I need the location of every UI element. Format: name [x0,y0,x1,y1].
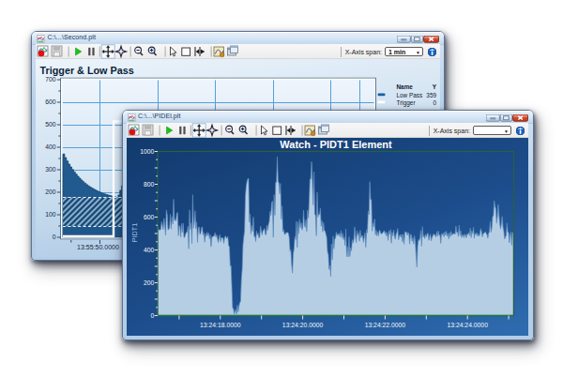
svg-text:600: 600 [45,98,56,105]
svg-text:700: 700 [45,76,56,83]
svg-text:13:24:22.0000: 13:24:22.0000 [365,322,406,328]
svg-text:100: 100 [45,211,56,218]
svg-text:Name: Name [397,83,414,90]
svg-text:PIDT1: PIDT1 [130,223,139,242]
svg-text:359: 359 [426,92,436,98]
svg-text:200: 200 [45,188,56,195]
svg-text:300: 300 [45,166,56,173]
svg-text:Watch - PIDT1 Element: Watch - PIDT1 Element [280,139,392,150]
svg-text:400: 400 [144,247,155,253]
svg-text:13:24:18.0000: 13:24:18.0000 [200,322,241,328]
svg-text:200: 200 [144,279,155,286]
svg-text:Trigger: Trigger [397,99,417,107]
svg-text:0: 0 [433,99,436,106]
svg-text:400: 400 [45,143,56,150]
svg-text:Trigger & Low Pass: Trigger & Low Pass [40,65,134,76]
svg-text:Y: Y [433,83,437,90]
svg-text:13:55:50.0000: 13:55:50.0000 [77,244,119,250]
svg-text:0: 0 [53,234,56,240]
svg-text:800: 800 [144,181,155,188]
svg-text:13:24:20.0000: 13:24:20.0000 [282,322,324,328]
svg-text:1000: 1000 [140,148,154,155]
svg-text:600: 600 [144,214,155,220]
svg-text:0: 0 [151,312,155,319]
svg-text:Low Pass: Low Pass [397,92,423,98]
svg-text:500: 500 [45,121,56,128]
svg-text:13:24:24.0000: 13:24:24.0000 [447,322,488,328]
